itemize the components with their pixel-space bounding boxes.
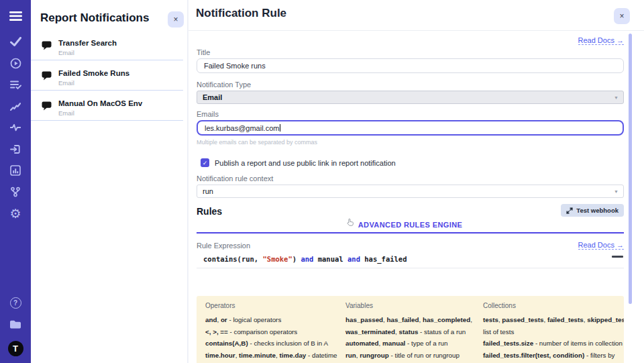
notification-list-item[interactable]: Manual On MacOS Env Email (31, 95, 183, 121)
sidebar: ⚙ ? T (0, 0, 31, 363)
context-value: run (203, 187, 213, 195)
rule-expression-code: contains(run, "Smoke") and manual and ha… (197, 255, 624, 263)
play-circle-icon[interactable] (9, 57, 22, 69)
notification-list-item[interactable]: Transfer Search Email (31, 34, 183, 60)
tab-advanced-rules-engine[interactable]: ADVANCED RULES ENGINE (197, 221, 624, 229)
sidebar-bottom: ? T (8, 297, 23, 363)
test-webhook-icon (566, 207, 573, 214)
rule-expression-editor[interactable]: contains(run, "Smoke") and manual and ha… (197, 255, 624, 294)
help-column: Collectionstests, passed_tests, failed_t… (483, 302, 624, 363)
test-webhook-label: Test webhook (576, 207, 619, 214)
notification-title: Transfer Search (58, 39, 117, 47)
page-title: Notification Rule (196, 7, 286, 20)
publish-checkbox-label: Publish a report and use public link in … (215, 159, 396, 167)
title-input[interactable]: Failed Smoke runs (197, 58, 624, 73)
help-row: automated, manual - type of a run (345, 338, 483, 350)
context-label: Notification rule context (197, 174, 624, 183)
notification-rule-panel: Notification Rule × Read Docs → Title Fa… (188, 0, 644, 363)
chat-bubble-icon (42, 101, 52, 113)
rules-heading: Rules (197, 206, 222, 217)
notification-list: Transfer Search Email Failed Smoke Runs … (31, 33, 187, 121)
help-row: tests, passed_tests, failed_tests, skipp… (483, 314, 624, 326)
rule-expression-row: Rule Expression Read Docs → (197, 241, 624, 250)
main-close-button[interactable]: × (614, 8, 630, 24)
notification-title: Manual On MacOS Env (58, 99, 142, 107)
help-row: was_terminated, status - status of a run (345, 326, 483, 338)
library-icon[interactable] (9, 318, 22, 330)
main-content: Read Docs → Title Failed Smoke runs Noti… (197, 30, 624, 363)
notification-channel: Email (58, 49, 117, 56)
help-column: Variableshas_passed, has_failed, has_com… (345, 302, 483, 363)
main-header: Notification Rule × (189, 0, 644, 31)
expression-help-panel: Operatorsand, or - logical operators<, >… (197, 296, 624, 363)
pulse-icon[interactable] (9, 121, 22, 134)
help-column-title: Collections (483, 302, 624, 309)
read-docs-link-expression[interactable]: Read Docs → (578, 241, 624, 250)
logo-letter: T (13, 344, 18, 354)
context-select[interactable]: run ▼ (197, 185, 624, 198)
testomatio-logo[interactable]: T (8, 341, 23, 356)
emails-label: Emails (197, 110, 624, 118)
bar-chart-icon[interactable] (9, 164, 22, 176)
chevron-down-icon: ▼ (614, 189, 619, 194)
test-webhook-button[interactable]: Test webhook (561, 204, 624, 217)
panel-header: Report Notifications × (31, 0, 187, 33)
text-caret (280, 124, 280, 132)
notification-type-select[interactable]: Email ▼ (197, 91, 624, 104)
help-row: list of tests (483, 326, 624, 338)
notification-type-value: Email (203, 93, 222, 101)
check-icon[interactable] (9, 36, 22, 48)
title-label: Title (197, 48, 624, 56)
emails-input[interactable]: les.kurbas@gmail.com (197, 120, 624, 136)
help-row: <, >, == - comparison operators (205, 326, 345, 338)
emails-value: les.kurbas@gmail.com (205, 124, 279, 132)
code-line-divider (197, 268, 624, 268)
notification-channel: Email (58, 109, 142, 117)
read-docs-row: Read Docs → (197, 34, 624, 42)
help-column: Operatorsand, or - logical operators<, >… (205, 302, 345, 363)
notification-type-label: Notification Type (197, 81, 624, 89)
rules-row: Rules Test webhook (197, 204, 624, 217)
help-row: failed_tests.size - number of items in c… (483, 338, 624, 350)
help-row: and, or - logical operators (205, 314, 345, 326)
chevron-down-icon: ▼ (614, 95, 619, 100)
read-docs-link[interactable]: Read Docs → (578, 36, 624, 45)
chat-bubble-icon (42, 71, 52, 83)
gear-icon[interactable]: ⚙ (9, 207, 22, 219)
branch-icon[interactable] (9, 186, 22, 198)
emails-helper-text: Multiple emails can be separated by comm… (197, 139, 624, 146)
help-row: has_passed, has_failed, has_completed, (345, 314, 483, 326)
notification-channel: Email (58, 79, 129, 87)
import-icon[interactable] (9, 143, 22, 155)
list-check-icon[interactable] (9, 79, 22, 91)
publish-checkbox[interactable]: ✓ (201, 158, 209, 167)
help-row: run, rungroup - title of run or rungroup (345, 350, 483, 362)
trend-icon[interactable] (9, 100, 22, 112)
panel-close-button[interactable]: × (168, 11, 184, 28)
notification-title: Failed Smoke Runs (58, 69, 129, 77)
help-column-title: Variables (345, 302, 483, 309)
help-row: contains(A,B) - checks inclusion of B in… (205, 338, 345, 350)
notification-list-item[interactable]: Failed Smoke Runs Email (31, 64, 183, 91)
menu-icon[interactable] (9, 10, 22, 22)
report-notifications-panel: Report Notifications × Transfer Search E… (31, 0, 188, 363)
help-column-title: Operators (205, 302, 345, 309)
rule-expression-label: Rule Expression (197, 242, 250, 250)
help-row: time.hour, time.minute, time.day - datet… (205, 350, 345, 362)
panel-title: Report Notifications (40, 11, 178, 25)
chat-bubble-icon (42, 41, 52, 53)
help-row: failed_tests.filter(test, condition) - f… (483, 350, 624, 362)
help-icon[interactable]: ? (9, 297, 22, 309)
main-scrollbar-thumb[interactable] (629, 34, 632, 304)
rules-tab-bar: ADVANCED RULES ENGINE (197, 217, 624, 234)
title-value: Failed Smoke runs (204, 62, 266, 70)
code-scrollbar-thumb[interactable] (612, 256, 623, 258)
publish-checkbox-row[interactable]: ✓ Publish a report and use public link i… (201, 158, 624, 167)
